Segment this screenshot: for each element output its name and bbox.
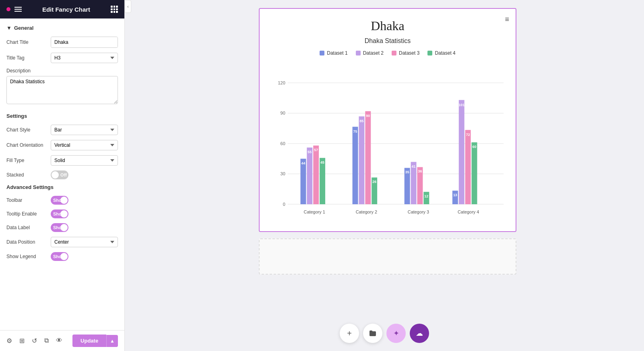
bar-chart-svg: 120 90 60 30 0 44 55 57 45 75 <box>268 62 508 223</box>
stacked-toggle-label: Off <box>60 172 67 177</box>
tooltip-toggle[interactable]: Show <box>51 209 68 218</box>
chart-title-row: Chart Title ≡ <box>6 37 118 48</box>
toolbar-row: Toolbar Show <box>6 196 118 205</box>
data-label-label: Data Label <box>6 225 51 230</box>
show-legend-toggle[interactable]: Show <box>51 252 68 261</box>
chart-style-row: Chart Style Bar Line Pie <box>6 125 118 135</box>
settings-icon[interactable]: ⚙ <box>6 337 12 345</box>
sidebar-collapse-handle[interactable]: ‹ <box>125 0 131 13</box>
chart-title-label: Chart Title <box>6 39 51 45</box>
show-legend-toggle-label: Show <box>53 254 65 259</box>
chart-menu-icon[interactable]: ≡ <box>505 15 509 24</box>
main-content: Dhaka Dhaka Statistics Dataset 1 Dataset… <box>131 0 644 351</box>
toolbar-toggle[interactable]: Show <box>51 196 68 205</box>
chart-orientation-control: Vertical Horizontal <box>51 140 118 150</box>
svg-text:35: 35 <box>405 170 409 174</box>
dot-indicator <box>6 7 10 11</box>
sidebar-header: Edit Fancy Chart <box>0 0 124 18</box>
bar-cat1-ds1 <box>300 159 306 204</box>
description-field: Description Dhaka Statistics <box>6 68 118 111</box>
advanced-label: Advanced Settings <box>6 184 118 190</box>
bottom-toolbar: + ✦ ☁ <box>340 324 429 343</box>
legend-item-1: Dataset 1 <box>320 50 347 56</box>
bar-cat2-ds1 <box>353 127 358 204</box>
cloud-button[interactable]: ☁ <box>410 324 429 343</box>
title-tag-label: Title Tag <box>6 55 51 61</box>
legend-label-3: Dataset 3 <box>399 50 419 56</box>
bar-cat4-ds4 <box>472 142 477 204</box>
general-section-header[interactable]: ▼ General <box>6 25 118 31</box>
svg-text:26: 26 <box>372 180 376 184</box>
update-button[interactable]: Update <box>72 335 106 347</box>
description-textarea[interactable]: Dhaka Statistics <box>6 76 118 104</box>
add-button[interactable]: + <box>340 324 359 343</box>
data-position-control: Center Start End <box>51 237 118 247</box>
chart-orientation-select[interactable]: Vertical Horizontal <box>51 140 118 150</box>
bar-cat1-ds3 <box>313 146 319 204</box>
stacked-knob <box>52 171 59 179</box>
folder-button[interactable] <box>363 324 382 343</box>
bar-cat1-ds4 <box>320 158 325 204</box>
fill-type-select[interactable]: Solid Gradient <box>51 155 118 166</box>
chart-style-label: Chart Style <box>6 127 51 133</box>
title-tag-row: Title Tag H3 H1 H2 H4 <box>6 53 118 63</box>
chart-container: Dhaka Dhaka Statistics Dataset 1 Dataset… <box>259 8 516 232</box>
svg-text:30: 30 <box>281 171 285 176</box>
svg-text:75: 75 <box>353 129 357 133</box>
sidebar-footer: ⚙ ⊞ ↺ ⧉ 👁 Update ▲ <box>0 330 124 351</box>
fill-type-control: Solid Gradient <box>51 155 118 166</box>
svg-text:120: 120 <box>278 80 285 85</box>
data-label-row: Data Label Show <box>6 223 118 232</box>
svg-text:0: 0 <box>283 202 285 207</box>
chart-title-input[interactable] <box>51 37 118 47</box>
chart-orientation-label: Chart Orientation <box>6 142 51 148</box>
x-label-4: Category 4 <box>458 209 479 214</box>
copy-icon[interactable]: ⧉ <box>44 337 49 345</box>
stacked-row: Stacked Off <box>6 170 118 179</box>
data-label-control: Show <box>51 223 118 232</box>
data-label-toggle[interactable]: Show <box>51 223 68 232</box>
bar-cat1-ds2 <box>307 148 312 204</box>
bar-cat2-ds3 <box>365 111 371 204</box>
legend-dot-3 <box>392 51 396 55</box>
tooltip-label: Tooltip Enable <box>6 211 51 217</box>
title-tag-control: H3 H1 H2 H4 <box>51 53 118 63</box>
chart-legend: Dataset 1 Dataset 2 Dataset 3 Dataset 4 <box>268 50 508 56</box>
tooltip-control: Show <box>51 209 118 218</box>
toolbar-control: Show <box>51 196 118 205</box>
general-label: General <box>14 25 33 31</box>
svg-text:45: 45 <box>320 160 324 164</box>
tooltip-row: Tooltip Enable Show <box>6 209 118 218</box>
chart-subtitle: Dhaka Statistics <box>268 37 508 45</box>
svg-text:57: 57 <box>314 148 318 152</box>
stacked-toggle[interactable]: Off <box>51 170 68 179</box>
sidebar-title: Edit Fancy Chart <box>42 6 90 13</box>
layers-icon[interactable]: ⊞ <box>19 337 25 345</box>
update-chevron-button[interactable]: ▲ <box>106 335 118 347</box>
magic-button[interactable]: ✦ <box>386 324 406 343</box>
title-tag-select[interactable]: H3 H1 H2 H4 <box>51 53 118 63</box>
legend-dot-4 <box>427 51 432 55</box>
legend-dot-1 <box>320 51 324 55</box>
data-position-select[interactable]: Center Start End <box>51 237 118 247</box>
show-legend-label: Show Legend <box>6 254 51 259</box>
sidebar-content: ▼ General Chart Title ≡ Title Tag H3 H1 … <box>0 18 124 330</box>
chart-style-select[interactable]: Bar Line Pie <box>51 125 118 135</box>
history-icon[interactable]: ↺ <box>32 337 37 345</box>
update-btn-wrap: Update ▲ <box>72 335 118 347</box>
settings-label: Settings <box>6 113 118 119</box>
svg-text:60: 60 <box>473 145 477 149</box>
svg-text:90: 90 <box>366 114 370 118</box>
data-label-toggle-label: Show <box>53 225 65 230</box>
eye-icon[interactable]: 👁 <box>56 337 62 345</box>
grid-icon[interactable] <box>111 6 118 13</box>
x-label-1: Category 1 <box>304 209 325 214</box>
header-left <box>6 7 22 12</box>
footer-icons: ⚙ ⊞ ↺ ⧉ 👁 <box>6 337 62 345</box>
legend-item-4: Dataset 4 <box>427 50 455 56</box>
x-label-2: Category 2 <box>356 209 377 214</box>
svg-text:90: 90 <box>281 111 285 115</box>
hamburger-icon[interactable] <box>14 7 22 12</box>
stacked-label: Stacked <box>6 172 51 178</box>
tooltip-toggle-label: Show <box>53 211 65 216</box>
